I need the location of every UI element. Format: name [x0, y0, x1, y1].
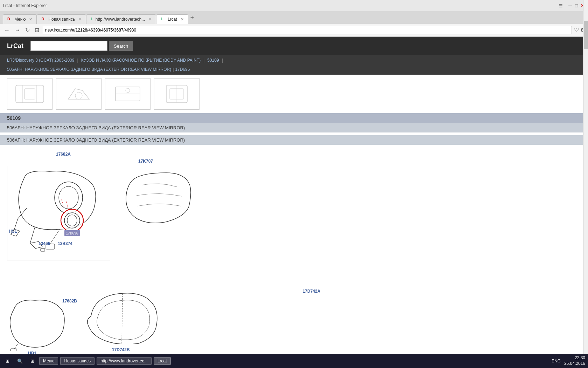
tab-favicon-4: L: [161, 17, 166, 22]
window-controls: ☰ ─ □ ✕: [559, 3, 585, 8]
page-content: LrCat Search LR3/Discovery 3 (GCAT) 2005…: [0, 37, 588, 359]
part-label-13466[interactable]: 13466: [38, 241, 50, 246]
maximize-button[interactable]: □: [574, 3, 579, 8]
tab-new-entry[interactable]: D Новая запись ✕: [37, 14, 86, 24]
back-button[interactable]: ←: [3, 26, 11, 34]
app-logo: LrCat: [7, 42, 23, 50]
taskbar-left: ⊞ 🔍 ⊞ Меню Новая запись http://www.landr…: [3, 357, 171, 365]
taskbar-item-label-1: Меню: [43, 359, 54, 363]
breadcrumb-17d696[interactable]: 17D696: [175, 67, 190, 72]
part-label-HS1[interactable]: HS1: [9, 229, 17, 234]
tab-close-1[interactable]: ✕: [29, 17, 32, 22]
sep1: |: [77, 58, 78, 63]
taskbar-item-label-2: Новая запись: [64, 359, 91, 363]
bottom-diagram-inner: 17682B HB1: [7, 295, 581, 352]
taskbar-item-lrcat[interactable]: Lrcat: [154, 357, 171, 365]
forward-button[interactable]: →: [13, 26, 22, 34]
home-button[interactable]: ⊞: [33, 26, 41, 34]
tab-close-2[interactable]: ✕: [78, 17, 82, 22]
part-label-17D742B[interactable]: 17D742B: [112, 347, 130, 352]
section-number: 50109: [0, 113, 588, 123]
breadcrumb-row1: LR3/Discovery 3 (GCAT) 2005-2009 | КУЗОВ…: [0, 55, 588, 66]
new-tab-button[interactable]: +: [188, 14, 196, 21]
row2-sep1: |: [173, 67, 174, 72]
diagram-left: 17682A: [7, 152, 110, 278]
taskbar-date: 25.04.2016: [564, 361, 585, 367]
part-label-17682A[interactable]: 17682A: [56, 152, 71, 157]
svg-rect-14: [41, 248, 45, 251]
start-button[interactable]: ⊞: [3, 357, 12, 365]
nav-bar: ← → ↻ ⊞ ♡ ⚙: [0, 24, 588, 36]
breadcrumb-lr3[interactable]: LR3/Discovery 3 (GCAT) 2005-2009: [7, 58, 75, 63]
tab-favicon-3: L: [91, 17, 93, 22]
taskbar-item-label-3: http://www.landrovertec...: [100, 359, 148, 363]
address-bar[interactable]: [43, 26, 572, 34]
svg-line-19: [62, 199, 63, 206]
tab-label-1: Меню: [14, 17, 26, 22]
taskbar-apps-button[interactable]: ⊞: [28, 357, 37, 365]
sep3: |: [222, 58, 223, 63]
taskbar-item-new-entry[interactable]: Новая запись: [60, 357, 94, 365]
taskbar-lang: ENG: [552, 359, 561, 363]
refresh-button[interactable]: ↻: [24, 26, 31, 34]
sep2: |: [203, 58, 204, 63]
bottom-left-diagram: 17682B HB1: [7, 295, 70, 352]
bottom-right-diagram: 17D742B: [84, 288, 161, 352]
apps-icon: ⊞: [30, 359, 34, 364]
search-button[interactable]: Search: [109, 41, 133, 51]
svg-point-4: [75, 92, 82, 99]
search-icon: 🔍: [17, 359, 23, 364]
svg-text:17D696: 17D696: [66, 231, 78, 235]
taskbar-search-button[interactable]: 🔍: [14, 357, 26, 365]
title-bar-left: Lrcat - Internet Explorer: [3, 3, 47, 8]
settings-icon[interactable]: ☰: [559, 3, 563, 8]
minimize-button[interactable]: ─: [568, 3, 573, 8]
diagram-right: 17K707: [124, 159, 194, 278]
taskbar-right: ENG 22:30 25.04.2016: [552, 355, 585, 366]
part-label-17K707[interactable]: 17K707: [138, 159, 153, 164]
search-input[interactable]: [30, 41, 107, 51]
windows-icon: ⊞: [6, 359, 9, 364]
svg-rect-22: [10, 349, 17, 351]
scrollbar[interactable]: [583, 0, 588, 368]
tab-menu[interactable]: D Меню ✕: [3, 14, 37, 24]
favorites-button[interactable]: ♡: [574, 27, 579, 33]
tab-close-3[interactable]: ✕: [148, 17, 152, 22]
title-bar: Lrcat - Internet Explorer ☰ ─ □ ✕: [0, 0, 588, 11]
tabs-bar: D Меню ✕ D Новая запись ✕ L http://www.l…: [0, 11, 588, 24]
tab-landrovertech[interactable]: L http://www.landrovertech... ✕: [86, 14, 156, 24]
svg-point-7: [126, 88, 130, 93]
taskbar-clock: 22:30 25.04.2016: [564, 355, 585, 366]
tab-favicon-2: D: [41, 17, 46, 22]
thumbnail-strip: [0, 75, 588, 113]
thumb-4[interactable]: [154, 78, 200, 110]
thumb-2[interactable]: [56, 78, 102, 110]
breadcrumb-body-paint[interactable]: КУЗОВ И ЛАКОКРАСОЧНОЕ ПОКРЫТИЕ (BODY AND…: [81, 58, 201, 63]
taskbar-item-landrover[interactable]: http://www.landrovertec...: [97, 357, 152, 365]
tab-close-4[interactable]: ✕: [181, 17, 184, 22]
title-text: Lrcat - Internet Explorer: [3, 3, 47, 8]
section-subtitle: 506AFH: НАРУЖНОЕ ЗЕРКАЛО ЗАДНЕГО ВИДА (E…: [0, 135, 588, 145]
section-title: 506AFH: НАРУЖНОЕ ЗЕРКАЛО ЗАДНЕГО ВИДА (E…: [0, 123, 588, 132]
tab-label-4: Lrcat: [168, 17, 177, 22]
browser-chrome: Lrcat - Internet Explorer ☰ ─ □ ✕ D Меню…: [0, 0, 588, 37]
app-header: LrCat Search: [0, 37, 588, 55]
part-label-17D742A[interactable]: 17D742A: [303, 289, 321, 294]
part-label-17682B[interactable]: 17682B: [62, 299, 77, 304]
taskbar-item-menu[interactable]: Меню: [39, 357, 58, 365]
tab-favicon-1: D: [7, 17, 12, 22]
diagram-area: 17682A: [0, 145, 588, 285]
tab-label-3: http://www.landrovertech...: [96, 17, 145, 22]
tab-lrcat[interactable]: L Lrcat ✕: [156, 14, 188, 24]
diagram-svg-container: 17D696: [7, 166, 110, 260]
part-label-13B374[interactable]: 13B374: [58, 241, 72, 246]
bottom-diagram: 17D742A 17682B HB1: [0, 285, 588, 359]
svg-point-12: [59, 186, 78, 209]
breadcrumb-506afh[interactable]: 506AFH: НАРУЖНОЕ ЗЕРКАЛО ЗАДНЕГО ВИДА (E…: [7, 67, 171, 72]
thumb-3[interactable]: [105, 78, 150, 110]
scrollbar-thumb[interactable]: [584, 21, 588, 49]
breadcrumb-row2: 506AFH: НАРУЖНОЕ ЗЕРКАЛО ЗАДНЕГО ВИДА (E…: [0, 66, 588, 75]
breadcrumb-50109[interactable]: 50109: [207, 58, 219, 63]
taskbar-time: 22:30: [564, 355, 585, 361]
thumb-1[interactable]: [7, 78, 52, 110]
